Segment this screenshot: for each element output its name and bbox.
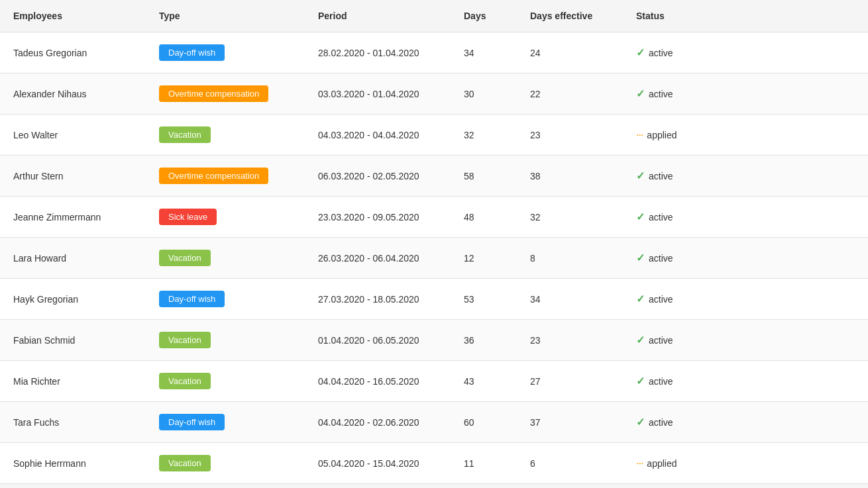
type-badge: Vacation (159, 455, 211, 471)
status-text: active (649, 417, 673, 428)
employee-days-effective: 23 (517, 115, 623, 156)
type-badge: Vacation (159, 332, 211, 348)
status-cell: ···applied (636, 458, 855, 469)
employee-days-effective: 37 (517, 402, 623, 443)
table-row: Arthur SternOvertime compensation06.03.2… (0, 156, 868, 197)
status-cell: ✓active (636, 293, 855, 305)
table-row: Sophie HerrmannVacation05.04.2020 - 15.0… (0, 443, 868, 484)
employee-days: 11 (451, 443, 517, 484)
employee-days: 32 (451, 115, 517, 156)
employee-days: 53 (451, 279, 517, 320)
dots-icon: ··· (636, 458, 643, 469)
employee-period: 05.04.2020 - 15.04.2020 (305, 443, 451, 484)
employee-name: Leo Walter (0, 115, 146, 156)
status-cell: ···applied (636, 129, 855, 141)
employee-type: Sick leave (146, 197, 305, 238)
employee-name: Alexander Nihaus (0, 73, 146, 115)
type-badge: Sick leave (159, 209, 217, 225)
check-icon: ✓ (636, 211, 645, 223)
employees-table: Employees Type Period Days Days effectiv… (0, 0, 868, 484)
employee-status: ✓active (623, 361, 868, 402)
col-header-type: Type (146, 0, 305, 32)
employee-status: ✓active (623, 320, 868, 361)
status-text: applied (647, 130, 677, 140)
employee-days: 30 (451, 73, 517, 115)
status-text: active (649, 89, 673, 99)
type-badge: Vacation (159, 126, 211, 143)
employee-type: Day-off wish (146, 279, 305, 320)
type-badge: Overtime compensation (159, 85, 268, 102)
employee-name: Arthur Stern (0, 156, 146, 197)
table-row: Alexander NihausOvertime compensation03.… (0, 73, 868, 115)
employee-days-effective: 23 (517, 320, 623, 361)
employee-type: Day-off wish (146, 402, 305, 443)
check-icon: ✓ (636, 293, 645, 305)
table-row: Jeanne ZimmermannSick leave23.03.2020 - … (0, 197, 868, 238)
employee-name: Sophie Herrmann (0, 443, 146, 484)
status-text: active (649, 376, 673, 387)
employee-name: Tadeus Gregorian (0, 32, 146, 73)
status-cell: ✓active (636, 252, 855, 264)
employee-type: Vacation (146, 115, 305, 156)
status-text: active (649, 335, 673, 346)
employee-days-effective: 32 (517, 197, 623, 238)
status-cell: ✓active (636, 87, 855, 100)
status-text: active (649, 48, 673, 58)
employee-days: 48 (451, 197, 517, 238)
employee-type: Vacation (146, 238, 305, 279)
employee-days: 36 (451, 320, 517, 361)
employee-days-effective: 22 (517, 73, 623, 115)
employee-name: Fabian Schmid (0, 320, 146, 361)
employee-type: Overtime compensation (146, 156, 305, 197)
check-icon: ✓ (636, 375, 645, 387)
col-header-days: Days (451, 0, 517, 32)
check-icon: ✓ (636, 87, 645, 100)
status-text: active (649, 294, 673, 305)
employee-period: 06.03.2020 - 02.05.2020 (305, 156, 451, 197)
employee-status: ···applied (623, 115, 868, 156)
employee-status: ✓active (623, 32, 868, 73)
employee-days: 60 (451, 402, 517, 443)
employee-days-effective: 27 (517, 361, 623, 402)
status-cell: ✓active (636, 170, 855, 182)
employee-period: 26.03.2020 - 06.04.2020 (305, 238, 451, 279)
employee-period: 27.03.2020 - 18.05.2020 (305, 279, 451, 320)
employee-period: 04.03.2020 - 04.04.2020 (305, 115, 451, 156)
type-badge: Day-off wish (159, 291, 225, 307)
employee-status: ✓active (623, 73, 868, 115)
table-row: Leo WalterVacation04.03.2020 - 04.04.202… (0, 115, 868, 156)
employee-days-effective: 8 (517, 238, 623, 279)
employee-name: Jeanne Zimmermann (0, 197, 146, 238)
status-cell: ✓active (636, 334, 855, 346)
employee-days: 43 (451, 361, 517, 402)
status-cell: ✓active (636, 416, 855, 428)
table-header-row: Employees Type Period Days Days effectiv… (0, 0, 868, 32)
employee-days: 34 (451, 32, 517, 73)
employee-period: 28.02.2020 - 01.04.2020 (305, 32, 451, 73)
employee-type: Day-off wish (146, 32, 305, 73)
employee-name: Mia Richter (0, 361, 146, 402)
table-row: Fabian SchmidVacation01.04.2020 - 06.05.… (0, 320, 868, 361)
employee-days-effective: 38 (517, 156, 623, 197)
table-row: Tadeus GregorianDay-off wish28.02.2020 -… (0, 32, 868, 73)
col-header-period: Period (305, 0, 451, 32)
type-badge: Day-off wish (159, 44, 225, 61)
employee-period: 03.03.2020 - 01.04.2020 (305, 73, 451, 115)
employee-name: Hayk Gregorian (0, 279, 146, 320)
employee-type: Overtime compensation (146, 73, 305, 115)
status-text: active (649, 253, 673, 264)
type-badge: Vacation (159, 373, 211, 389)
employee-status: ✓active (623, 238, 868, 279)
status-text: active (649, 171, 673, 181)
status-cell: ✓active (636, 46, 855, 59)
employee-days-effective: 24 (517, 32, 623, 73)
employee-status: ···applied (623, 443, 868, 484)
status-cell: ✓active (636, 375, 855, 387)
status-text: active (649, 212, 673, 222)
employee-status: ✓active (623, 156, 868, 197)
table-row: Lara HowardVacation26.03.2020 - 06.04.20… (0, 238, 868, 279)
employee-type: Vacation (146, 443, 305, 484)
col-header-days-effective: Days effective (517, 0, 623, 32)
employee-status: ✓active (623, 402, 868, 443)
employee-period: 01.04.2020 - 06.05.2020 (305, 320, 451, 361)
